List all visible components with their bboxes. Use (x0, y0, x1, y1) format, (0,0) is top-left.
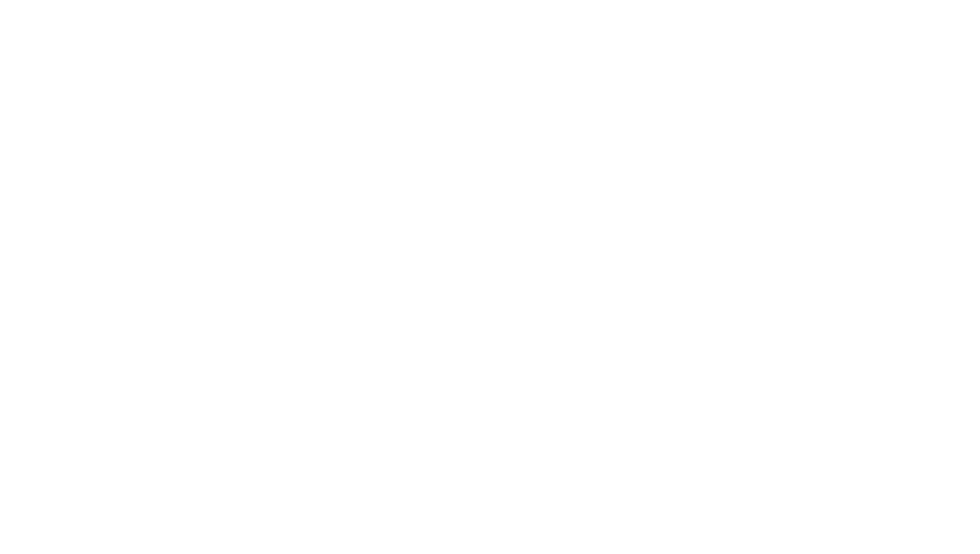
decision-tree (0, 0, 980, 554)
tree-connectors (0, 0, 980, 554)
